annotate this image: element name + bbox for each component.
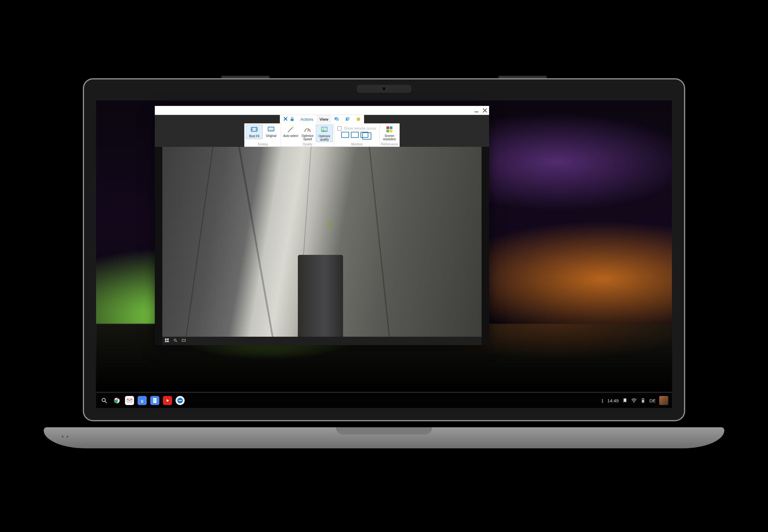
svg-rect-24: [390, 126, 392, 129]
lock-icon: [290, 117, 295, 122]
svg-rect-33: [182, 339, 185, 342]
svg-text:1:1: 1:1: [269, 128, 273, 131]
svg-point-31: [174, 339, 176, 341]
tab-extras[interactable]: [353, 115, 364, 123]
svg-point-20: [307, 128, 308, 129]
svg-marker-44: [166, 399, 169, 402]
svg-point-34: [102, 398, 105, 402]
launcher-search-button[interactable]: [100, 396, 109, 405]
svg-rect-48: [179, 400, 181, 401]
auto-select-label: Auto select: [283, 135, 298, 138]
show-remote-cursor-checkbox[interactable]: [337, 126, 342, 131]
svg-line-17: [308, 129, 309, 131]
close-button[interactable]: [482, 108, 487, 113]
all-monitors-button[interactable]: [361, 132, 368, 138]
chat-icon: [334, 117, 339, 122]
svg-rect-5: [291, 119, 294, 121]
laptop-lid: Actions View: [83, 78, 685, 421]
chrome-app-icon[interactable]: [112, 396, 121, 405]
tab-actions[interactable]: Actions: [298, 115, 317, 123]
svg-line-35: [105, 401, 107, 403]
svg-point-10: [357, 117, 360, 121]
notification-count[interactable]: 1: [601, 398, 604, 403]
scaling-group-label: Scaling: [258, 143, 268, 147]
google-docs-app-icon[interactable]: [150, 396, 159, 405]
magic-wand-icon: [287, 125, 295, 134]
svg-rect-27: [165, 339, 166, 340]
svg-rect-7: [336, 118, 339, 121]
monitors-group-label: Monitors: [351, 143, 363, 147]
laptop-indicator-lights: [62, 436, 68, 438]
monitor-2-button[interactable]: [351, 132, 359, 138]
auto-select-button[interactable]: Auto select: [282, 125, 299, 138]
laptop-base: [44, 427, 724, 448]
gmail-app-icon[interactable]: [125, 396, 134, 405]
tab-view[interactable]: View: [317, 115, 331, 123]
laptop-frame: Actions View: [83, 78, 685, 448]
optimize-quality-label: Optimize quality: [317, 135, 332, 141]
screen-resolution-label: Screen resolution: [382, 135, 397, 141]
original-label: Original: [266, 135, 276, 138]
screen: Actions View: [96, 101, 672, 408]
svg-line-32: [176, 341, 177, 342]
wallpaper-rock: [298, 255, 343, 345]
wifi-status-icon: [631, 398, 637, 403]
gauge-icon: [304, 125, 311, 134]
toolbar-tabs: Actions View: [280, 115, 364, 123]
best-fit-button[interactable]: Best Fit: [246, 125, 263, 139]
monitor-1-button[interactable]: [341, 132, 349, 138]
google-search-app-icon[interactable]: g: [138, 396, 147, 405]
svg-point-19: [310, 131, 311, 132]
svg-rect-25: [386, 130, 389, 132]
tab-files[interactable]: [342, 115, 353, 123]
screen-resolution-button[interactable]: Screen resolution: [381, 125, 398, 141]
ribbon-group-performance: Screen resolution Performance: [380, 123, 399, 147]
session-close-button[interactable]: [280, 115, 298, 123]
svg-rect-52: [643, 398, 643, 399]
optimize-speed-button[interactable]: Optimize Speed: [299, 125, 316, 141]
best-fit-icon: [250, 125, 258, 134]
remote-desktop-viewport[interactable]: [155, 147, 489, 345]
battery-status-icon: [640, 398, 646, 403]
chromeos-desktop[interactable]: Actions View: [96, 101, 672, 408]
keyboard-language[interactable]: DE: [649, 398, 656, 403]
user-avatar[interactable]: [659, 396, 668, 405]
status-time: 14:49: [608, 398, 619, 403]
status-tray[interactable]: 1 14:49 DE: [601, 396, 668, 405]
svg-point-18: [305, 131, 305, 132]
chromeos-shelf[interactable]: g 1 14:49: [96, 393, 672, 408]
windows-search-button[interactable]: [173, 338, 177, 344]
bookmark-status-icon: [622, 398, 628, 403]
svg-point-22: [323, 128, 324, 129]
remote-windows-desktop[interactable]: [162, 147, 481, 345]
quality-group-label: Quality: [303, 143, 312, 147]
windows-start-button[interactable]: [165, 338, 169, 344]
original-icon: 1:1: [267, 125, 275, 134]
svg-rect-26: [390, 130, 392, 132]
windows-taskview-button[interactable]: [181, 338, 186, 344]
wallpaper-climber: [329, 222, 331, 226]
svg-point-16: [292, 127, 293, 128]
youtube-app-icon[interactable]: [163, 396, 172, 405]
minimize-button[interactable]: [474, 108, 479, 113]
window-titlebar[interactable]: [155, 106, 489, 115]
svg-point-12: [359, 119, 359, 119]
original-button[interactable]: 1:1 Original: [263, 125, 280, 138]
svg-rect-9: [347, 117, 349, 120]
svg-rect-51: [643, 400, 644, 402]
picture-icon: [321, 125, 328, 134]
svg-rect-28: [167, 339, 169, 340]
windows-taskbar[interactable]: [162, 337, 481, 345]
optimize-quality-button[interactable]: Optimize quality: [316, 125, 333, 142]
ribbon-group-quality: Auto select Optimize Speed: [281, 123, 334, 147]
svg-point-49: [634, 402, 634, 403]
teamviewer-app-icon[interactable]: [175, 396, 184, 405]
files-icon: [345, 117, 350, 122]
svg-point-11: [358, 119, 358, 119]
smiley-icon: [356, 117, 361, 122]
teamviewer-window[interactable]: Actions View: [155, 106, 489, 345]
ribbon-group-scaling: Best Fit 1:1 Original: [245, 123, 281, 147]
webcam-housing: [357, 85, 411, 93]
tab-communicate[interactable]: [331, 115, 342, 123]
best-fit-label: Best Fit: [249, 135, 259, 138]
